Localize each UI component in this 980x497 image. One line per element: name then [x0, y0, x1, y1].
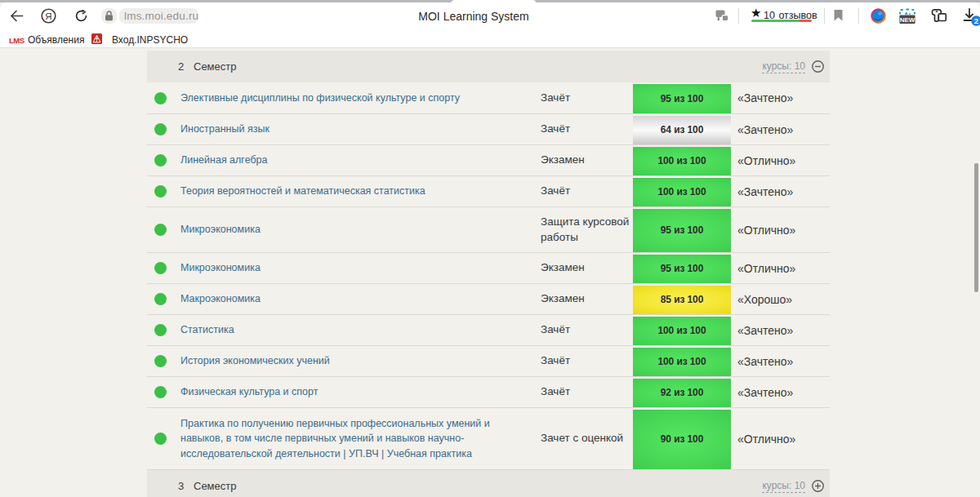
svg-text:NEW: NEW [900, 16, 915, 24]
svg-text:2: 2 [974, 16, 978, 25]
svg-text:Я: Я [45, 11, 51, 21]
